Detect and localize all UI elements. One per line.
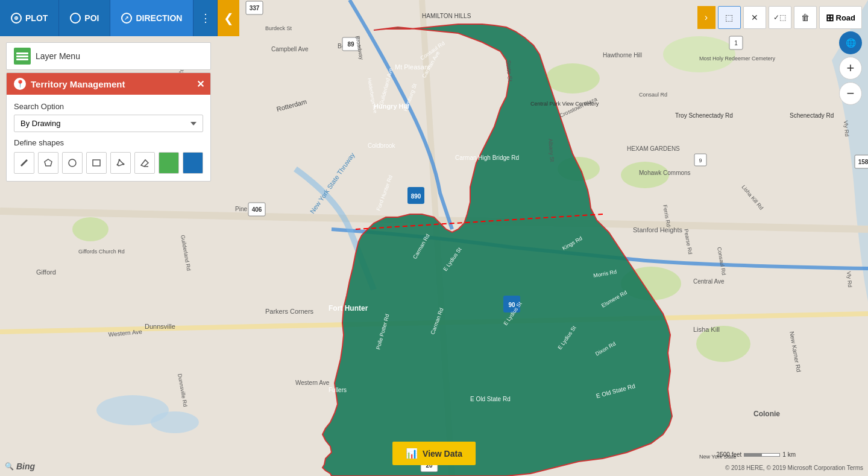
scale-2500ft: 2500 feet	[717, 451, 742, 458]
svg-text:9: 9	[699, 157, 702, 163]
svg-text:Fullers: Fullers	[329, 387, 347, 393]
search-option-select[interactable]: By Drawing	[14, 115, 203, 132]
svg-text:Schenectady Rd: Schenectady Rd	[790, 112, 834, 119]
svg-point-98	[69, 159, 76, 167]
plot-label: PLOT	[25, 13, 48, 23]
pencil-icon	[19, 158, 29, 168]
svg-point-3	[546, 63, 600, 94]
shape-tools	[14, 152, 203, 174]
svg-text:158: 158	[858, 159, 868, 165]
drawing-expand-button[interactable]: ›	[697, 6, 715, 29]
svg-text:Gifford: Gifford	[36, 268, 56, 276]
close-icon: ✕	[751, 13, 758, 22]
svg-text:E Old State Rd: E Old State Rd	[470, 396, 511, 402]
copyright-text: © 2018 HERE, © 2019 Microsoft Corporatio…	[725, 465, 863, 471]
svg-text:Lisha Kill: Lisha Kill	[693, 326, 720, 333]
svg-point-101	[123, 163, 125, 165]
rectangle-icon	[92, 158, 101, 168]
layer-menu-label: Layer Menu	[36, 51, 80, 61]
eraser-tool-button[interactable]	[134, 152, 155, 174]
zoom-in-icon: +	[847, 60, 855, 76]
select-icon: ⬚	[725, 13, 733, 22]
globe-row: 🌐	[697, 31, 863, 54]
svg-text:Stanford Heights: Stanford Heights	[633, 226, 682, 233]
zoom-out-button[interactable]: −	[839, 82, 862, 105]
view-data-button[interactable]: 📊 View Data	[392, 442, 476, 465]
more-options-button[interactable]: ⋮	[193, 0, 218, 36]
polygon-icon	[43, 158, 53, 168]
edit-icon	[116, 158, 125, 168]
collapse-toolbar-button[interactable]: ❮	[218, 0, 239, 36]
drawing-tools-row: › ⬚ ✕ ✓⬚ 🗑 ⊞ Road	[697, 6, 863, 29]
bing-watermark: 🔍 Bing	[5, 462, 35, 471]
svg-point-2	[151, 411, 199, 433]
dots-icon: ⋮	[200, 11, 211, 25]
svg-text:Coldbrook: Coldbrook	[368, 142, 396, 149]
define-shapes-label: Define shapes	[14, 138, 203, 147]
svg-text:Dunnsville: Dunnsville	[145, 323, 175, 330]
right-toolbar: › ⬚ ✕ ✓⬚ 🗑 ⊞ Road 🌐 + −	[697, 6, 863, 105]
svg-text:890: 890	[411, 193, 421, 200]
circle-tool-button[interactable]	[62, 152, 83, 174]
arrow-icon: ❮	[224, 11, 234, 25]
svg-text:89: 89	[347, 41, 354, 48]
svg-text:406: 406	[252, 206, 262, 213]
territory-body: Search Option By Drawing Define shapes	[7, 95, 210, 181]
globe-button[interactable]: 🌐	[839, 31, 862, 54]
territory-header: 📍 Territory Management ✕	[7, 73, 210, 95]
svg-text:Fort Hunter: Fort Hunter	[329, 304, 368, 313]
svg-text:Campbell Ave: Campbell Ave	[271, 46, 309, 52]
layer-icon	[14, 48, 31, 65]
svg-point-100	[119, 159, 121, 161]
svg-text:Western Ave: Western Ave	[295, 379, 330, 386]
close-selection-button[interactable]: ✕	[743, 6, 766, 29]
svg-text:Consaul Rd: Consaul Rd	[639, 92, 667, 98]
territory-close-button[interactable]: ✕	[197, 78, 204, 90]
svg-point-102	[117, 164, 119, 166]
bing-search-icon: 🔍	[5, 462, 14, 471]
svg-text:Central Ave: Central Ave	[693, 278, 725, 285]
pencil-tool-button[interactable]	[14, 152, 34, 174]
zoom-in-button[interactable]: +	[839, 57, 862, 80]
plot-icon: ⊕	[11, 13, 22, 24]
scale-1km: 1 km	[782, 451, 796, 458]
scale-divider	[744, 453, 780, 457]
poi-label: POI	[84, 13, 99, 23]
road-map-icon: ⊞	[826, 12, 834, 24]
search-option-label: Search Option	[14, 102, 203, 111]
poi-button[interactable]: 👤 POI	[59, 0, 110, 36]
zoom-out-row: −	[697, 82, 863, 105]
layer-menu-header[interactable]: Layer Menu	[6, 42, 211, 70]
rectangle-tool-button[interactable]	[86, 152, 107, 174]
eraser-icon	[140, 158, 149, 168]
polygon-tool-button[interactable]	[38, 152, 58, 174]
road-view-button[interactable]: ⊞ Road	[819, 6, 863, 29]
direction-button[interactable]: ↗ DIRECTION	[110, 0, 193, 36]
direction-label: DIRECTION	[136, 13, 182, 23]
svg-text:Mohawk Commons: Mohawk Commons	[639, 170, 691, 176]
svg-text:Colonie: Colonie	[753, 410, 780, 418]
svg-point-8	[72, 217, 108, 241]
delete-selection-button[interactable]: 🗑	[794, 6, 817, 29]
edit-tool-button[interactable]	[110, 152, 131, 174]
svg-marker-97	[45, 159, 52, 166]
territory-title: Territory Management	[31, 79, 125, 89]
stroke-color-button[interactable]	[183, 152, 203, 174]
territory-icon: 📍	[14, 78, 26, 90]
view-data-icon: 📊	[406, 448, 418, 459]
plot-button[interactable]: ⊕ PLOT	[0, 0, 59, 36]
svg-text:Hawthorne Hill: Hawthorne Hill	[603, 52, 642, 59]
svg-text:Parkers Corners: Parkers Corners	[265, 308, 314, 315]
territory-management-panel: 📍 Territory Management ✕ Search Option B…	[6, 72, 211, 182]
svg-rect-99	[93, 160, 100, 166]
check-selection-button[interactable]: ✓⬚	[769, 6, 791, 29]
svg-text:HEXAM GARDENS: HEXAM GARDENS	[627, 145, 680, 152]
select-tool-button[interactable]: ⬚	[718, 6, 741, 29]
bing-label: Bing	[16, 462, 35, 471]
zoom-in-row: +	[697, 57, 863, 80]
direction-icon: ↗	[121, 13, 132, 24]
svg-text:Giffords Church Rd: Giffords Church Rd	[78, 249, 125, 255]
fill-color-button[interactable]	[159, 152, 179, 174]
poi-icon: 👤	[70, 13, 81, 24]
globe-icon: 🌐	[846, 38, 856, 48]
